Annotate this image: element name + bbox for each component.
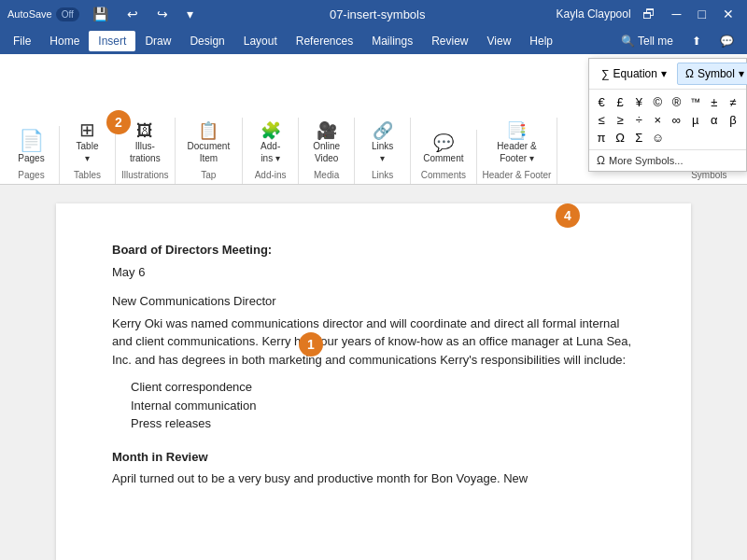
menu-file[interactable]: File — [4, 31, 40, 51]
table-button[interactable]: ⊞ Table ▾ — [66, 116, 109, 168]
document-title: 07-insert-symbols — [199, 7, 557, 21]
title-bar-left: AutoSave Off 💾 ↩ ↪ ▾ — [7, 5, 199, 23]
omega-small-icon: Ω — [597, 154, 605, 167]
callout-2: 2 — [106, 110, 131, 134]
doc-list: Client correspondence Internal communica… — [112, 378, 635, 433]
table-icon: ⊞ — [79, 120, 95, 139]
addins-icon: 🧩 — [261, 122, 281, 139]
comment-button[interactable]: 💬 Comment — [416, 130, 470, 168]
close-button[interactable]: ✕ — [717, 5, 740, 23]
autosave-area: AutoSave Off — [7, 7, 79, 21]
symbol-cell[interactable]: Σ — [630, 129, 647, 146]
undo-button[interactable]: ↩ — [121, 5, 144, 23]
symbol-cell[interactable]: ™ — [687, 93, 704, 110]
share-button[interactable]: ⬆ — [683, 31, 711, 51]
online-video-icon: 🎥 — [317, 122, 337, 139]
list-item-2: Internal communication — [131, 397, 635, 415]
addins-button[interactable]: 🧩 Add- ins ▾ — [251, 118, 290, 168]
ribbon-group-addins: 🧩 Add- ins ▾ Add-ins — [243, 118, 299, 184]
symbol-dropdown-button[interactable]: Ω Symbol ▾ — [677, 63, 747, 85]
autosave-toggle[interactable]: Off — [56, 7, 79, 21]
symbol-dropdown: ∑ Equation ▾ Ω Symbol ▾ € £ ¥ © ® ™ ± ≠ — [588, 58, 747, 172]
pages-icon: 📄 — [19, 131, 44, 151]
autosave-label: AutoSave — [7, 8, 52, 20]
menu-insert[interactable]: Insert — [89, 31, 135, 51]
document-item-icon: 📋 — [198, 122, 218, 139]
menu-home[interactable]: Home — [40, 31, 89, 51]
list-item-1: Client correspondence — [131, 378, 635, 397]
menu-draw[interactable]: Draw — [135, 31, 180, 51]
symbol-grid: € £ ¥ © ® ™ ± ≠ ≤ ≥ ÷ × ∞ µ α β π Ω Σ ☺ — [589, 90, 746, 149]
symbol-cell[interactable]: µ — [687, 111, 704, 128]
doc-date: May 6 — [112, 263, 635, 282]
title-bar-right: Kayla Claypool 🗗 ─ □ ✕ — [557, 5, 740, 23]
customize-button[interactable]: ▾ — [181, 5, 199, 23]
doc-body2: April turned out to be a very busy and p… — [112, 469, 635, 488]
symbol-cell[interactable]: ☺ — [649, 129, 666, 146]
menu-references[interactable]: References — [287, 31, 362, 51]
ribbon-group-tables: ⊞ Table ▾ Tables 2 — [60, 116, 116, 184]
ribbon-group-tap: 📋 Document Item Tap — [176, 118, 244, 184]
ribbon-group-header-footer: 📑 Header & Footer ▾ Header & Footer — [477, 118, 558, 184]
symbol-cell[interactable]: £ — [612, 93, 628, 110]
equation-dropdown-button[interactable]: ∑ Equation ▾ — [593, 63, 675, 85]
menu-mailings[interactable]: Mailings — [362, 31, 422, 51]
menu-help[interactable]: Help — [520, 31, 562, 51]
symbol-cell[interactable]: ÷ — [630, 111, 647, 128]
symbol-cell[interactable]: ± — [706, 93, 723, 110]
user-name: Kayla Claypool — [557, 7, 631, 21]
more-symbols-button[interactable]: Ω More Symbols... — [589, 149, 746, 171]
ribbon-group-comments: 💬 Comment Comments — [411, 130, 476, 184]
document-page[interactable]: Board of Directors Meeting: May 6 New Co… — [56, 203, 691, 560]
symbol-cell[interactable]: ≥ — [612, 111, 628, 128]
ribbon: 📄 Pages Pages ⊞ Table ▾ Tables 2 — [0, 54, 747, 185]
menu-review[interactable]: Review — [422, 31, 477, 51]
symbol-cell[interactable]: ® — [669, 93, 685, 110]
menu-view[interactable]: View — [478, 31, 521, 51]
symbol-cell[interactable]: ≠ — [725, 93, 741, 110]
symbol-cell[interactable]: ∞ — [669, 111, 685, 128]
links-icon: 🔗 — [373, 122, 393, 139]
menu-layout[interactable]: Layout — [234, 31, 287, 51]
menu-bar: File Home Insert Draw Design Layout Refe… — [0, 28, 747, 54]
online-video-button[interactable]: 🎥 Online Video — [306, 118, 346, 168]
symbol-cell[interactable]: € — [593, 93, 610, 110]
doc-heading: Board of Directors Meeting: — [112, 241, 635, 259]
symbol-cell[interactable]: β — [725, 111, 741, 128]
maximize-button[interactable]: □ — [693, 5, 712, 23]
pages-button[interactable]: 📄 Pages — [10, 126, 53, 168]
symbol-cell[interactable]: Ω — [612, 129, 628, 146]
doc-section-title: New Communications Director — [112, 292, 635, 311]
menu-design[interactable]: Design — [180, 31, 233, 51]
symbol-cell[interactable]: ¥ — [630, 93, 647, 110]
document-container: Board of Directors Meeting: May 6 New Co… — [0, 185, 747, 560]
symbol-cell[interactable]: α — [706, 111, 723, 128]
comments-button[interactable]: 💬 — [711, 31, 743, 51]
save-button[interactable]: 💾 — [87, 5, 114, 23]
comment-icon: 💬 — [433, 134, 454, 151]
callout-1: 1 — [299, 332, 323, 357]
ribbon-group-media: 🎥 Online Video Media — [299, 118, 355, 184]
ribbon-group-links: 🔗 Links ▾ Links — [355, 118, 411, 184]
minimize-button[interactable]: ─ — [667, 5, 687, 23]
symbol-cell[interactable]: ≤ — [593, 111, 610, 128]
symbol-cell[interactable]: π — [593, 129, 610, 146]
ribbon-group-pages: 📄 Pages Pages — [4, 126, 60, 184]
equation-dropdown-icon: ∑ — [601, 67, 610, 80]
document-item-button[interactable]: 📋 Document Item — [181, 118, 237, 168]
redo-button[interactable]: ↪ — [151, 5, 174, 23]
illustrations-icon: 🖼 — [136, 122, 153, 139]
callout-4: 4 — [556, 203, 580, 228]
symbol-cell[interactable]: × — [649, 111, 666, 128]
title-bar: AutoSave Off 💾 ↩ ↪ ▾ 07-insert-symbols K… — [0, 0, 747, 28]
header-footer-button[interactable]: 📑 Header & Footer ▾ — [490, 118, 543, 168]
list-item-3: Press releases — [131, 414, 635, 433]
restore-button[interactable]: 🗗 — [637, 5, 661, 23]
symbol-dropdown-omega-icon: Ω — [685, 67, 694, 80]
doc-section2-title: Month in Review — [112, 448, 635, 467]
doc-body1: Kerry Oki was named communications direc… — [112, 315, 635, 370]
symbol-cell[interactable]: © — [649, 93, 666, 110]
header-footer-icon: 📑 — [506, 122, 527, 139]
links-button[interactable]: 🔗 Links ▾ — [363, 118, 402, 168]
tell-me[interactable]: 🔍 Tell me — [612, 31, 683, 51]
